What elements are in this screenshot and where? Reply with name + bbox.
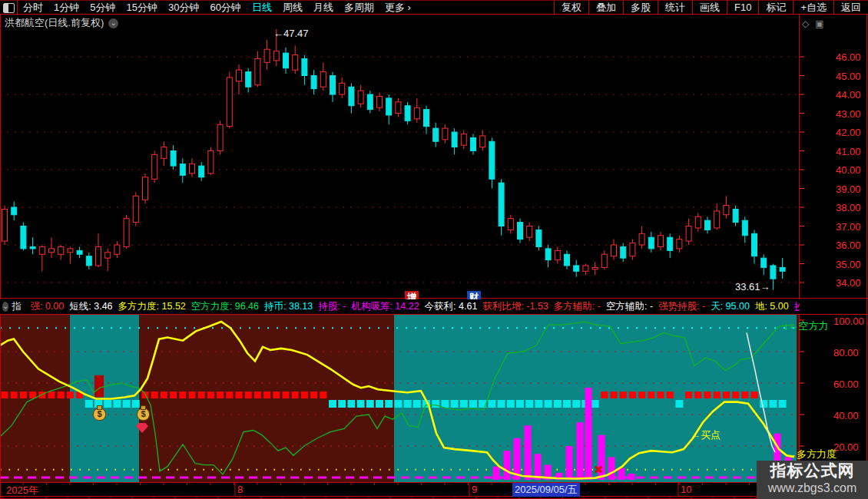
indicator-field: 获利比增: -1.53 <box>482 300 548 313</box>
timeframe-tabs: 分时1分钟5分钟15分钟30分钟60分钟日线周线月线多周期更多 › <box>0 1 411 15</box>
price-axis-label: 42.00 <box>836 127 861 138</box>
chart-canvas <box>0 0 868 499</box>
money-bag-icon: $ <box>93 408 106 421</box>
watermark-url: www.zbgs3.com <box>757 481 868 496</box>
indicator-field: 地: 5.00 <box>755 300 789 313</box>
indicator-axis-label: 60.00 <box>833 378 859 390</box>
indicator-axis-label: 80.00 <box>833 347 859 359</box>
indicator-field: 抄底: 0.00 <box>794 300 800 313</box>
indicator-field: 多方力度: 15.52 <box>118 300 186 313</box>
timeframe-tab[interactable]: 周线 <box>283 1 303 15</box>
price-axis-label: 46.00 <box>836 51 861 63</box>
toolbar-divider <box>17 1 18 15</box>
toolbar-actions: 复权叠加多股统计画线F10标记+自选返回 <box>554 1 868 14</box>
trading-app-window: 分时1分钟5分钟15分钟30分钟60分钟日线周线月线多周期更多 › 复权叠加多股… <box>0 0 868 499</box>
timeframe-tab[interactable]: 分时 <box>23 1 43 15</box>
accumulation-bar <box>94 375 104 398</box>
indicator-name: ⌄ 股朋指标网 <box>2 299 25 314</box>
toolbar-action-button[interactable]: 叠加 <box>588 1 623 14</box>
toolbar-action-button[interactable]: 返回 <box>833 1 868 14</box>
price-axis-label: 41.00 <box>836 146 861 157</box>
price-axis-label: 43.00 <box>836 108 861 120</box>
indicator-field: 空方辅助: - <box>606 300 653 313</box>
selected-date-label: 2025/09/05/五 <box>512 483 580 497</box>
toolbar-action-button[interactable]: 标记 <box>758 1 793 14</box>
indicator-axis-label: 100.00 <box>833 316 864 327</box>
indicator-field: 今获利: 4.61 <box>425 300 478 313</box>
price-axis-label: 45.00 <box>836 71 861 82</box>
date-axis-label: 2025年 <box>6 484 38 497</box>
title-corner-icons: ◇ ▣ <box>802 18 824 29</box>
bear-line-edge-label: ↓←空方力 <box>784 319 829 333</box>
indicator-header: ⌄ 股朋指标网 强: 0.00短线: 3.46多方力度: 15.52空方力度: … <box>0 299 800 314</box>
chart-title: 洪都航空(日线.前复权) <box>5 16 104 30</box>
money-bag-icon: $ <box>137 408 150 421</box>
price-axis-label: 34.00 <box>836 277 861 289</box>
high-price-annotation: ←47.47 <box>273 28 309 39</box>
indicator-field: 强势持股: - <box>658 300 705 313</box>
indicator-axis-label: 40.00 <box>833 410 859 421</box>
timeframe-tab[interactable]: 15分钟 <box>126 1 157 15</box>
indicator-field: 强: 0.00 <box>31 300 65 313</box>
toolbar-action-button[interactable]: 画线 <box>692 1 727 14</box>
price-axis-label: 44.00 <box>836 89 861 101</box>
timeframe-tab[interactable]: 60分钟 <box>210 1 240 15</box>
date-axis-label: 8 <box>237 484 243 495</box>
timeframe-tab[interactable]: 多周期 <box>344 1 374 15</box>
price-axis-label: 36.00 <box>836 240 861 251</box>
toolbar-action-button[interactable]: +自选 <box>793 1 833 14</box>
indicator-field: 多方辅助: - <box>554 300 601 313</box>
low-price-annotation: 33.61→ <box>735 281 770 292</box>
sell-cross-icon: ✖ <box>594 463 604 477</box>
price-axis-label: 39.00 <box>836 183 861 195</box>
diamond-icon[interactable]: ◇ <box>802 18 809 29</box>
buy-point-annotation: ←买点 <box>691 428 721 442</box>
toolbar-action-button[interactable]: F10 <box>727 1 758 14</box>
watermark-title: 指标公式网 <box>757 461 868 481</box>
candlestick-series <box>2 29 786 290</box>
date-axis-label: 9 <box>472 484 477 495</box>
indicator-axis-label: 20.00 <box>833 441 859 453</box>
panel-icon[interactable]: ▣ <box>815 18 823 29</box>
split-window-icon[interactable] <box>3 3 15 13</box>
timeframe-tab[interactable]: 月线 <box>313 1 333 15</box>
indicator-field: 机构吸筹: 14.22 <box>351 300 419 313</box>
toolbar-action-button[interactable]: 多股 <box>623 1 658 14</box>
bull-line-edge-label: ←多方力度 <box>787 448 837 461</box>
timeframe-tab[interactable]: 5分钟 <box>90 1 115 15</box>
price-axis-label: 35.00 <box>836 259 861 270</box>
chart-title-row: 洪都航空(日线.前复权) ⌄ <box>5 16 118 30</box>
timeframe-tab[interactable]: 更多 › <box>385 1 411 15</box>
site-watermark: 指标公式网 www.zbgs3.com <box>757 461 868 499</box>
indicator-field: 短线: 3.46 <box>69 300 112 313</box>
toolbar-action-button[interactable]: 复权 <box>554 1 588 14</box>
timeframe-tab[interactable]: 日线 <box>252 1 272 15</box>
timeframe-tab[interactable]: 30分钟 <box>168 1 199 15</box>
price-axis-label: 38.00 <box>836 202 861 213</box>
chevron-down-circle-icon[interactable]: ⌄ <box>2 302 8 312</box>
chevron-down-circle-icon[interactable]: ⌄ <box>108 18 118 28</box>
price-axis-label: 40.00 <box>836 164 861 176</box>
indicator-field: 持币: 38.13 <box>264 300 313 313</box>
indicator-field: 持股: - <box>318 300 346 313</box>
toolbar: 分时1分钟5分钟15分钟30分钟60分钟日线周线月线多周期更多 › 复权叠加多股… <box>0 0 868 15</box>
price-axis-label: 37.00 <box>836 221 861 233</box>
timeframe-tab[interactable]: 1分钟 <box>54 1 79 15</box>
indicator-field: 天: 95.00 <box>711 300 750 313</box>
date-axis-label: 10 <box>681 484 691 495</box>
toolbar-action-button[interactable]: 统计 <box>658 1 692 14</box>
indicator-field: 空方力度: 96.46 <box>191 300 259 313</box>
